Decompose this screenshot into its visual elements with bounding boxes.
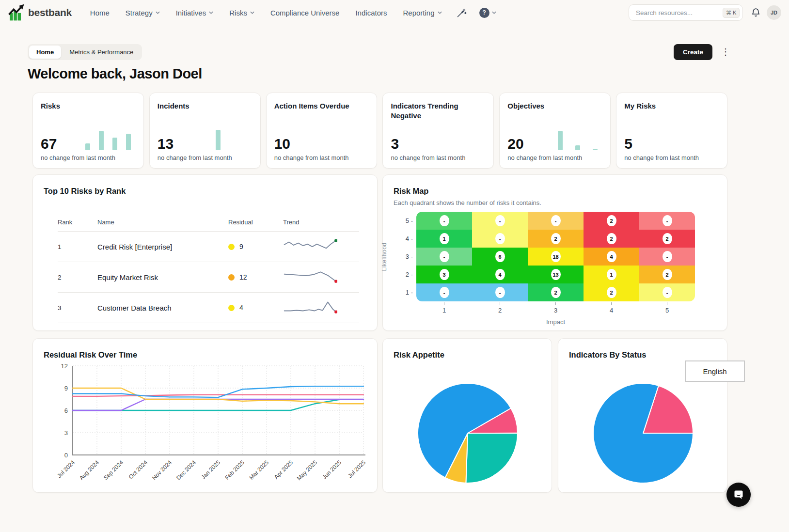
mini-bar (558, 131, 563, 150)
impact-tick-label: 2 (498, 307, 502, 314)
risk-rank: 3 (58, 304, 97, 312)
nav-item-strategy[interactable]: Strategy (126, 9, 160, 17)
x-tick-label: Aug 2024 (78, 459, 100, 481)
table-row-equity-market-risk[interactable]: 2Equity Market Risk12 (58, 262, 359, 293)
risk-count-badge: - (495, 215, 505, 226)
trend-sparkline (283, 299, 337, 314)
heatmap-cell-l2-i4: 1 (584, 266, 639, 283)
mini-bar (85, 143, 90, 150)
stat-card-title: Risks (41, 101, 136, 111)
residual-risk-line-chart: 036912Jul 2024Aug 2024Sep 2024Oct 2024No… (39, 360, 373, 487)
translate-popup[interactable]: English (685, 360, 745, 382)
stat-card-value: 10 (274, 137, 290, 150)
nav-item-risks[interactable]: Risks (229, 9, 254, 17)
keyboard-shortcut-badge: ⌘ K (723, 8, 740, 18)
impact-tick-label: 5 (665, 307, 669, 314)
tab-metrics-performance[interactable]: Metrics & Performance (62, 46, 141, 59)
nav-item-compliance-universe[interactable]: Compliance Universe (270, 9, 340, 17)
stat-card-note: no change from last month (624, 154, 719, 161)
mini-bar (575, 145, 580, 150)
create-button[interactable]: Create (674, 44, 712, 60)
help-menu[interactable]: ? (479, 8, 496, 18)
nav-item-home[interactable]: Home (90, 9, 110, 17)
tab-home[interactable]: Home (29, 46, 61, 59)
table-row-credit-risk-enterprise[interactable]: 1Credit Risk [Enterprise]9 (58, 232, 359, 262)
nav-item-label: Strategy (126, 9, 153, 17)
impact-tick-label: 1 (442, 307, 446, 314)
nav-item-initiatives[interactable]: Initiatives (176, 9, 214, 17)
col-rank: Rank (58, 219, 97, 226)
stat-mini-bar-chart (85, 131, 131, 150)
stat-card-value: 3 (391, 137, 399, 150)
y-tick-label: 0 (64, 452, 68, 459)
spacer (41, 111, 136, 128)
top-risks-card: Top 10 Risks by Rank Rank Name Residual … (32, 174, 378, 331)
stat-card-action-items-overdue: Action Items Overdue10no change from las… (266, 93, 378, 169)
spacer (391, 121, 486, 128)
table-row-customer-data-breach[interactable]: 3Customer Data Breach4 (58, 293, 359, 323)
kebab-menu-icon[interactable]: ⋮ (719, 46, 732, 58)
heatmap-row: 3 --6184- (400, 248, 695, 266)
residual-status-dot (228, 244, 235, 250)
tick-mark (444, 302, 444, 305)
stat-mini-bar-chart (202, 130, 248, 150)
x-tick-label: Jan 2025 (200, 459, 221, 481)
spacer (507, 111, 602, 128)
risk-count-badge: - (495, 287, 505, 298)
chat-bubble-icon (732, 488, 745, 501)
heatmap-cell-l4-i3: 2 (528, 230, 584, 248)
search-box[interactable]: ⌘ K (629, 4, 743, 21)
search-input[interactable] (635, 9, 723, 17)
nav-item-label: Compliance Universe (270, 9, 340, 17)
x-tick-label: Jul 2024 (56, 459, 76, 479)
y-tick-label: 12 (61, 362, 68, 370)
heatmap-cell-l5-i1: - (416, 212, 472, 230)
bell-icon (751, 7, 761, 18)
heatmap-cell-l4-i5: 2 (639, 230, 695, 248)
nav-item-indicators[interactable]: Indicators (355, 9, 387, 17)
risk-map-xlabel: Impact (416, 318, 695, 326)
x-tick-label: Apr 2025 (273, 459, 295, 481)
risk-map-card: Risk Map Each quadrant shows the number … (382, 174, 727, 331)
residual-value: 4 (239, 304, 243, 312)
heatmap-cell-l1-i4: 2 (584, 283, 639, 301)
heatmap-cell-l5-i5: - (639, 212, 695, 230)
risk-map-subtitle: Each quadrant shows the number of risks … (394, 199, 541, 206)
stat-card-value: 67 (41, 137, 57, 150)
residual-value: 9 (239, 243, 243, 250)
heatmap-cell-l2-i2: 4 (472, 266, 528, 283)
residual-status-dot (228, 274, 235, 281)
impact-tick: 5 (639, 302, 695, 314)
heatmap-row: 5 ----2- (400, 212, 695, 230)
brand-logo[interactable]: bestbank (8, 4, 72, 21)
magic-wand-icon[interactable] (457, 8, 467, 18)
risk-count-badge: 4 (607, 251, 616, 262)
stat-card-body: 3 (391, 128, 486, 150)
user-avatar[interactable]: JD (767, 5, 781, 20)
risk-count-badge: - (551, 215, 561, 226)
notifications-bell-button[interactable] (751, 7, 761, 18)
risk-count-badge: - (440, 251, 449, 262)
risk-count-badge: - (495, 233, 505, 244)
stat-card-title: Action Items Overdue (274, 101, 369, 111)
x-tick-label: Sep 2024 (102, 459, 125, 481)
nav-item-reporting[interactable]: Reporting (403, 9, 442, 17)
tick-mark (611, 302, 612, 305)
risk-count-badge: 2 (607, 215, 616, 226)
chevron-down-icon (250, 11, 254, 14)
stat-card-body: 5 (624, 128, 719, 150)
risk-count-badge: 4 (495, 269, 505, 280)
table-header: Rank Name Residual Trend (58, 213, 359, 232)
nav-icons: ? (457, 8, 496, 18)
heatmap-cell-l3-i5: - (639, 248, 695, 266)
heatmap-row: 1 ---22- (400, 283, 695, 301)
impact-axis-ticks: 12345 (416, 302, 695, 314)
impact-tick-label: 4 (610, 307, 613, 314)
top-risks-table: Rank Name Residual Trend 1Credit Risk [E… (58, 213, 359, 323)
stat-cards-row: Risks67no change from last monthIncident… (32, 93, 727, 169)
risk-trend (283, 299, 359, 316)
col-name: Name (97, 219, 228, 226)
impact-tick: 3 (528, 302, 584, 314)
chat-launcher-button[interactable] (726, 483, 751, 507)
stat-card-note: no change from last month (41, 154, 136, 161)
